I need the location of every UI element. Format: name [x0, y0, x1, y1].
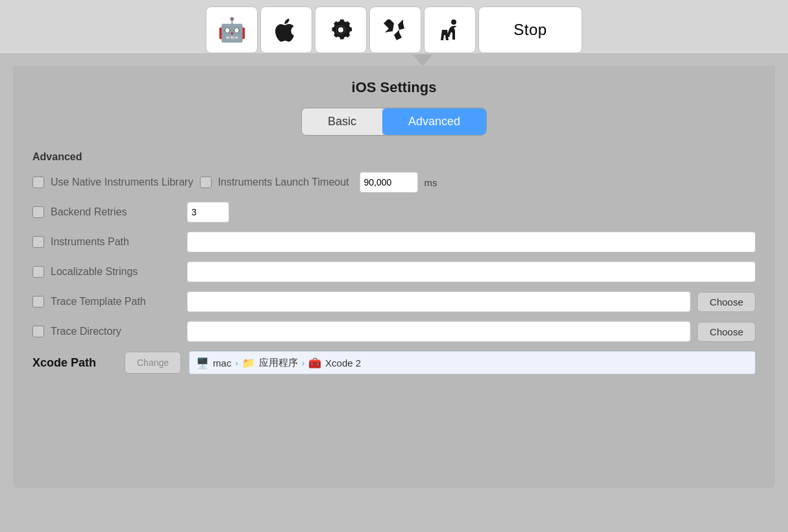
trace-template-choose-button[interactable]: Choose	[697, 292, 756, 312]
instruments-path-label: Instruments Path	[51, 236, 180, 248]
localizable-strings-checkbox[interactable]	[32, 266, 44, 278]
tools-icon	[381, 17, 410, 43]
trace-template-label: Trace Template Path	[51, 296, 180, 308]
gear-icon	[328, 17, 354, 43]
timeout-unit: ms	[425, 177, 437, 188]
robot-tab-button[interactable]	[424, 6, 476, 53]
localizable-strings-label: Localizable Strings	[51, 266, 180, 278]
instruments-path-input[interactable]	[187, 232, 756, 252]
xcode-change-button[interactable]: Change	[125, 352, 181, 374]
backend-retries-checkbox[interactable]	[32, 206, 44, 218]
row-localizable-strings: Localizable Strings	[32, 261, 756, 282]
use-native-checkbox[interactable]	[32, 176, 44, 188]
tab-group: Basic Advanced	[301, 108, 487, 136]
trace-template-input[interactable]	[187, 291, 691, 312]
trace-directory-choose-button[interactable]: Choose	[697, 322, 756, 342]
tab-basic[interactable]: Basic	[302, 108, 382, 135]
dialog-title: iOS Settings	[32, 79, 756, 96]
apple-icon	[273, 17, 299, 43]
row-instruments-path: Instruments Path	[32, 232, 756, 252]
tab-advanced[interactable]: Advanced	[382, 108, 486, 135]
path-icon-apps: 📁	[242, 357, 255, 369]
instruments-path-checkbox[interactable]	[32, 236, 44, 248]
xcode-path-row: Xcode Path Change 🖥️ mac › 📁 应用程序 › 🧰 Xc…	[32, 351, 756, 374]
backend-retries-input[interactable]	[187, 202, 229, 223]
xcode-path-label: Xcode Path	[32, 356, 117, 370]
path-part-xcode: Xcode 2	[325, 357, 361, 369]
settings-tab-button[interactable]	[315, 6, 367, 53]
path-icon-xcode: 🧰	[308, 357, 321, 369]
path-part-mac: mac	[213, 357, 231, 369]
row-trace-template: Trace Template Path Choose	[32, 291, 756, 312]
tab-switcher: Basic Advanced	[32, 108, 756, 136]
stop-button[interactable]: Stop	[478, 6, 582, 53]
path-part-apps: 应用程序	[259, 357, 298, 369]
stop-label: Stop	[513, 21, 547, 39]
instruments-timeout-label: Instruments Launch Timeout	[218, 176, 349, 188]
path-icon-mac: 🖥️	[196, 357, 209, 369]
main-content: iOS Settings Basic Advanced Advanced Use…	[13, 66, 775, 488]
robot-arm-icon	[437, 17, 463, 43]
row-native-timeout: Use Native Instruments Library Instrumen…	[32, 172, 756, 193]
use-native-label: Use Native Instruments Library	[51, 176, 193, 188]
timeout-input[interactable]	[360, 172, 418, 193]
section-advanced-label: Advanced	[32, 151, 756, 163]
toolbar: 🤖 Stop	[0, 0, 788, 53]
toolbar-arrow	[0, 53, 788, 66]
settings-area: Use Native Instruments Library Instrumen…	[32, 172, 756, 374]
localizable-strings-input[interactable]	[187, 261, 756, 282]
trace-directory-input[interactable]	[187, 321, 691, 342]
row-backend-retries: Backend Retries	[32, 202, 756, 223]
path-chevron-2: ›	[302, 358, 304, 368]
path-chevron-1: ›	[235, 358, 238, 368]
wrench-tab-button[interactable]	[369, 6, 421, 53]
trace-template-checkbox[interactable]	[32, 296, 44, 308]
instruments-timeout-checkbox[interactable]	[200, 176, 212, 188]
xcode-path-display: 🖥️ mac › 📁 应用程序 › 🧰 Xcode 2	[189, 351, 756, 374]
trace-directory-checkbox[interactable]	[32, 326, 44, 337]
android-tab-button[interactable]: 🤖	[206, 6, 258, 53]
backend-retries-label: Backend Retries	[51, 206, 180, 218]
row-trace-directory: Trace Directory Choose	[32, 321, 756, 342]
trace-directory-label: Trace Directory	[51, 326, 180, 337]
ios-tab-button[interactable]	[260, 6, 312, 53]
